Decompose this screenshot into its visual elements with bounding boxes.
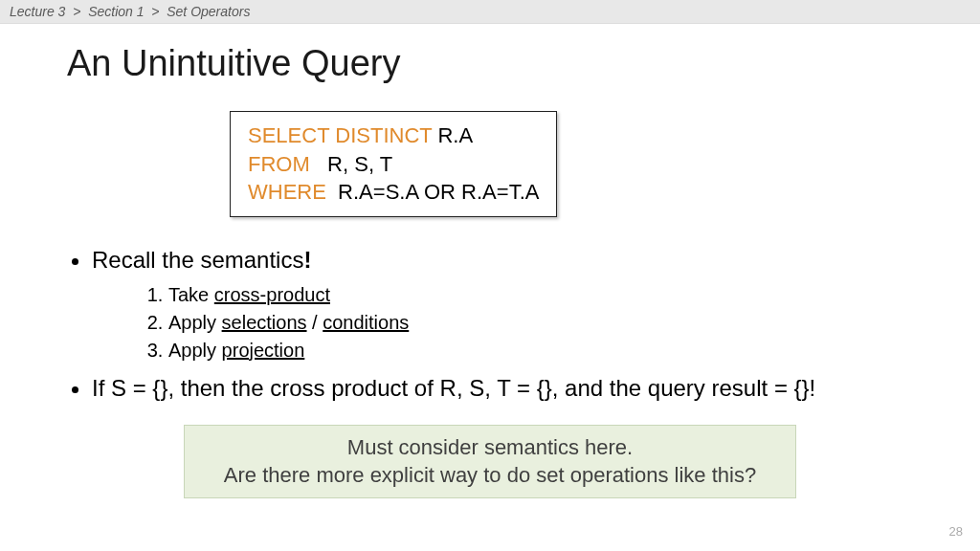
breadcrumb: Lecture 3 > Section 1 > Set Operators: [0, 0, 980, 24]
step2-term2: conditions: [323, 312, 409, 333]
sql-line-where: WHERE R.A=S.A OR R.A=T.A: [248, 178, 539, 207]
step2-term1: selections: [222, 312, 307, 333]
sql-from-tables: R, S, T: [310, 152, 392, 176]
step3-term: projection: [222, 340, 305, 361]
sql-line-select: SELECT DISTINCT R.A: [248, 121, 539, 150]
callout-line2: Are there more explicit way to do set op…: [204, 461, 776, 490]
callout-line1: Must consider semantics here.: [204, 433, 776, 462]
bullet-empty-set: If S = {}, then the cross product of R, …: [92, 372, 913, 406]
bullet-recall: Recall the semantics! Take cross-product…: [92, 244, 913, 364]
sql-keyword-from: FROM: [248, 152, 310, 176]
step3-pre: Apply: [168, 340, 222, 361]
step-projection: Apply projection: [168, 337, 913, 364]
breadcrumb-section: Section 1: [88, 4, 144, 19]
bullet-list: Recall the semantics! Take cross-product…: [67, 244, 913, 406]
breadcrumb-lecture: Lecture 3: [10, 4, 65, 19]
bullet-recall-bang: !: [303, 247, 311, 273]
slide-title: An Unintuitive Query: [67, 43, 913, 84]
step-selections: Apply selections / conditions: [168, 309, 913, 337]
breadcrumb-sep: >: [151, 4, 159, 19]
step1-pre: Take: [168, 284, 214, 305]
sql-keyword-where: WHERE: [248, 180, 326, 204]
page-number: 28: [949, 524, 963, 539]
sql-keyword-select: SELECT DISTINCT: [248, 123, 432, 147]
step1-term: cross-product: [214, 284, 330, 305]
breadcrumb-sep: >: [73, 4, 80, 19]
slide-body: An Unintuitive Query SELECT DISTINCT R.A…: [0, 24, 980, 550]
callout-box: Must consider semantics here. Are there …: [184, 425, 796, 498]
breadcrumb-topic: Set Operators: [167, 4, 250, 19]
sql-line-from: FROM R, S, T: [248, 150, 539, 179]
sql-code-box: SELECT DISTINCT R.A FROM R, S, T WHERE R…: [230, 111, 557, 217]
bullet-recall-text: Recall the semantics: [92, 247, 303, 273]
step2-pre: Apply: [168, 312, 222, 333]
sql-where-cond: R.A=S.A OR R.A=T.A: [326, 180, 540, 204]
step-cross-product: Take cross-product: [168, 281, 913, 309]
sql-select-cols: R.A: [432, 123, 473, 147]
step2-mid: /: [307, 312, 323, 333]
semantics-steps: Take cross-product Apply selections / co…: [92, 281, 913, 364]
